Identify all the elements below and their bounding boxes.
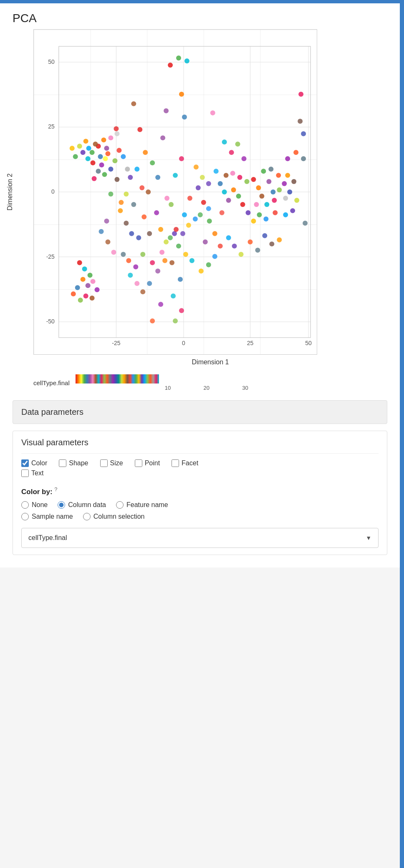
svg-point-191 (162, 258, 167, 263)
svg-point-37 (112, 158, 117, 163)
radio-sample-name-input[interactable] (21, 513, 29, 520)
svg-point-184 (220, 210, 225, 215)
color-by-label: Color by: ? (21, 486, 379, 496)
checkbox-color[interactable]: Color (21, 459, 47, 467)
svg-point-26 (93, 141, 98, 146)
radio-column-data-label: Column data (68, 501, 106, 509)
svg-point-164 (199, 268, 204, 273)
svg-point-33 (96, 169, 101, 174)
svg-point-182 (206, 181, 211, 186)
svg-point-85 (212, 231, 217, 236)
svg-point-183 (214, 169, 219, 174)
svg-point-177 (303, 221, 308, 226)
radio-column-selection-input[interactable] (83, 513, 91, 520)
svg-point-161 (218, 244, 223, 249)
svg-point-53 (91, 279, 96, 284)
svg-point-50 (81, 277, 86, 282)
svg-point-132 (218, 181, 223, 186)
svg-text:50: 50 (48, 58, 55, 65)
checkbox-size[interactable]: Size (100, 459, 123, 467)
radio-column-data-input[interactable] (58, 501, 65, 509)
checkbox-size-input[interactable] (100, 459, 108, 467)
svg-point-58 (71, 291, 76, 296)
pca-chart: 50 25 0 -25 -50 -25 0 25 50 (33, 29, 317, 355)
radio-feature-name[interactable]: Feature name (116, 501, 168, 509)
svg-point-35 (92, 176, 97, 181)
svg-point-165 (114, 126, 119, 131)
svg-text:0: 0 (51, 188, 55, 195)
svg-point-27 (108, 135, 113, 140)
checkbox-facet-label: Facet (182, 459, 198, 467)
svg-text:25: 25 (48, 123, 55, 130)
svg-point-178 (301, 131, 306, 136)
checkbox-shape[interactable]: Shape (59, 459, 88, 467)
svg-point-92 (140, 252, 145, 257)
svg-point-170 (105, 240, 110, 245)
svg-point-175 (158, 302, 163, 307)
svg-point-64 (146, 189, 151, 194)
checkbox-facet-input[interactable] (172, 459, 179, 467)
svg-point-143 (168, 63, 173, 68)
svg-point-83 (201, 200, 206, 205)
svg-point-173 (179, 308, 184, 313)
checkbox-point-input[interactable] (135, 459, 142, 467)
page-title: PCA (13, 12, 387, 25)
svg-point-99 (124, 192, 129, 197)
color-by-dropdown[interactable]: cellType.final ▼ (21, 528, 379, 548)
radio-feature-name-input[interactable] (116, 501, 124, 509)
checkbox-facet[interactable]: Facet (172, 459, 198, 467)
checkbox-color-input[interactable] (21, 459, 29, 467)
radio-sample-name-label: Sample name (32, 513, 73, 520)
color-by-tooltip: ? (54, 486, 57, 492)
svg-point-141 (176, 56, 181, 61)
svg-point-135 (237, 175, 242, 180)
color-by-section: Color by: ? None Column data Feature nam… (21, 486, 379, 548)
svg-point-190 (168, 235, 173, 240)
svg-point-97 (124, 221, 129, 226)
svg-point-139 (301, 156, 306, 161)
svg-point-131 (222, 189, 227, 194)
svg-point-34 (102, 172, 107, 177)
svg-point-112 (277, 187, 282, 192)
svg-point-197 (114, 131, 119, 136)
legend-tick-3: 30 (242, 385, 248, 391)
svg-point-89 (169, 260, 174, 265)
svg-point-104 (256, 185, 261, 190)
svg-point-125 (251, 219, 256, 224)
svg-point-46 (70, 146, 75, 151)
svg-point-94 (126, 258, 131, 263)
chart-legend: cellType.final 10 20 30 (33, 374, 387, 391)
svg-point-152 (242, 156, 247, 161)
radio-column-selection[interactable]: Column selection (83, 513, 145, 520)
radio-sample-name[interactable]: Sample name (21, 513, 73, 520)
visual-parameters-title: Visual parameters (21, 438, 379, 454)
svg-point-73 (147, 231, 152, 236)
radio-column-data[interactable]: Column data (58, 501, 106, 509)
checkbox-text-input[interactable] (21, 469, 29, 477)
svg-point-28 (103, 156, 108, 161)
svg-point-43 (116, 148, 121, 153)
svg-point-126 (246, 210, 251, 215)
svg-text:0: 0 (182, 340, 185, 346)
dropdown-value: cellType.final (28, 534, 67, 542)
svg-point-127 (240, 202, 245, 207)
svg-point-102 (139, 185, 144, 190)
svg-point-87 (189, 258, 194, 263)
svg-point-88 (178, 277, 183, 282)
svg-point-68 (169, 202, 174, 207)
radio-none-input[interactable] (21, 501, 29, 509)
checkbox-shape-input[interactable] (59, 459, 66, 467)
svg-point-106 (266, 179, 271, 184)
checkbox-point[interactable]: Point (135, 459, 160, 467)
checkbox-text[interactable]: Text (21, 469, 43, 477)
svg-point-157 (277, 237, 282, 242)
svg-point-137 (285, 156, 290, 161)
svg-point-114 (276, 173, 281, 178)
checkbox-color-label: Color (31, 459, 47, 467)
svg-point-122 (273, 210, 278, 215)
svg-point-81 (183, 252, 188, 257)
radio-none[interactable]: None (21, 501, 48, 509)
svg-point-145 (164, 108, 169, 114)
radio-group-2: Sample name Column selection (21, 513, 379, 520)
svg-point-84 (207, 219, 212, 224)
